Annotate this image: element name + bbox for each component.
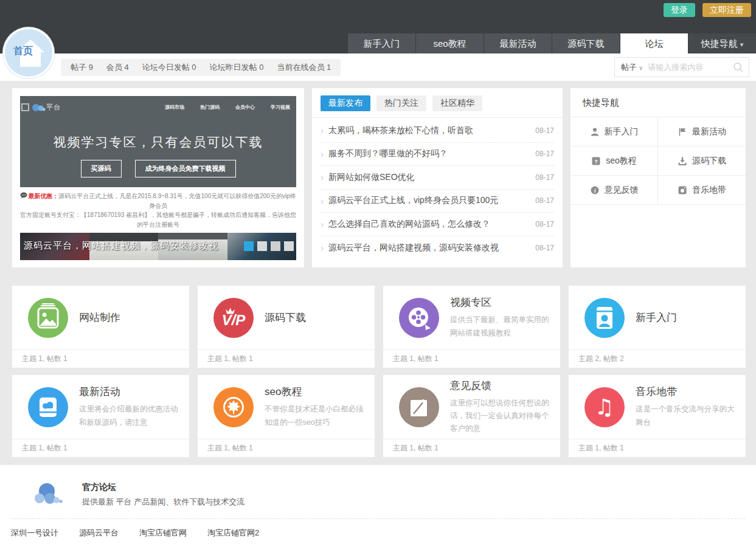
category-desc: 不管你是技术还是小白都必须知道的一些seo技巧 xyxy=(265,403,366,429)
tab-digest[interactable]: 社区精华 xyxy=(432,95,482,111)
post-row[interactable]: › 源码云平台，网站搭建视频，源码安装修改视 08-17 xyxy=(321,236,554,260)
footer-link[interactable]: 淘宝店铺官网 xyxy=(139,528,187,538)
carousel-thumbnails[interactable]: 源码云平台，网站搭建视频，源码安装修改视 xyxy=(20,233,296,260)
post-row[interactable]: › 新网站如何做SEO优化 08-17 xyxy=(321,166,554,190)
quicknav-item-download[interactable]: 源码下载 xyxy=(658,146,746,176)
main-nav: 新手入门 seo教程 最新活动 源码下载 论坛 快捷导航▾ xyxy=(347,33,756,53)
slide-headline: 视频学习专区，只有会员可以下载 xyxy=(20,134,296,151)
quicknav-item-activity[interactable]: 最新活动 xyxy=(658,117,746,146)
notepad-pencil-icon xyxy=(399,387,439,427)
footer-link[interactable]: 淘宝店铺官网2 xyxy=(207,528,259,538)
download-icon xyxy=(678,156,687,166)
category-card-seo[interactable]: seo教程 不管你是技术还是小白都必须知道的一些seo技巧 主题 1, 帖数 1 xyxy=(198,375,375,457)
post-row[interactable]: › 怎么选择自己喜欢的网站源码，怎么修改？ 08-17 xyxy=(321,213,554,236)
post-date: 08-17 xyxy=(529,150,554,158)
post-row[interactable]: › 太累吗，喝杯茶来放松下心情，听首歌 08-17 xyxy=(321,119,554,143)
carousel-panel: 平台 源码市场 热门源码 会员中心 学习视频 视频学习专区，只有会员可以下载 买… xyxy=(12,88,304,267)
chevron-right-icon: › xyxy=(321,219,324,229)
post-row[interactable]: › 服务不周到？哪里做的不好吗？ 08-17 xyxy=(321,143,554,167)
category-card-feedback[interactable]: 意见反馈 这里你可以想说你任何想说的话，我们一定会认真对待每个客户的意 主题 1… xyxy=(383,375,560,457)
tab-hot[interactable]: 热门关注 xyxy=(376,95,426,111)
slide-site-nav: 平台 源码市场 热门源码 会员中心 学习视频 xyxy=(20,102,296,112)
search-input[interactable] xyxy=(648,63,728,72)
category-card-source-download[interactable]: V/P 源码下载 主题 1, 帖数 1 xyxy=(198,286,375,368)
carousel-pager xyxy=(244,241,294,251)
category-card-activity[interactable]: 最新活动 这里将会介绍最新的优惠活动和新版源码，请注意 主题 1, 帖数 1 xyxy=(12,375,189,457)
promo-text: 最新优惠：源码云平台正式上线，凡是在2015.8.9~8.31号，充值100元就… xyxy=(20,191,296,229)
nav-tab-forum-active[interactable]: 论坛 xyxy=(620,33,688,53)
pager-dot[interactable] xyxy=(257,241,267,251)
category-title[interactable]: 最新活动 xyxy=(79,385,181,399)
nav-tab-activity[interactable]: 最新活动 xyxy=(484,33,552,53)
login-button[interactable]: 登录 xyxy=(664,3,695,17)
category-card-beginner[interactable]: 新手入门 主题 2, 帖数 2 xyxy=(569,286,746,368)
logo-mark-icon xyxy=(21,103,29,111)
search-box: 帖子∨ xyxy=(614,57,749,77)
pager-dot[interactable] xyxy=(271,241,280,251)
quicknav-item-beginner[interactable]: 新手入门 xyxy=(570,117,658,146)
nav-tab-beginner[interactable]: 新手入门 xyxy=(347,33,415,53)
category-card-video[interactable]: 视频专区 提供当下最新、最简单实用的网站搭建视频教程 主题 1, 帖数 1 xyxy=(383,286,560,368)
quicknav-panel: 快捷导航 新手入门 最新活动 ? seo教程 源码下载 xyxy=(570,88,746,267)
tab-latest[interactable]: 最新发布 xyxy=(321,95,370,111)
footer-link[interactable]: 源码云平台 xyxy=(79,528,119,538)
info-icon: i xyxy=(590,185,600,195)
buy-source-button[interactable]: 买源码 xyxy=(81,160,122,177)
post-row[interactable]: › 源码云平台正式上线，vip终身会员只要100元 08-17 xyxy=(321,190,554,213)
stat-yesterday: 论坛昨日发帖 0 xyxy=(210,59,264,76)
topbar-buttons: 登录 立即注册 xyxy=(664,3,751,17)
pager-dot-active[interactable] xyxy=(244,241,254,251)
category-desc: 这里将会介绍最新的优惠活动和新版源码，请注意 xyxy=(79,403,181,429)
quicknav-item-seo[interactable]: ? seo教程 xyxy=(570,146,658,176)
carousel-slide[interactable]: 平台 源码市场 热门源码 会员中心 学习视频 视频学习专区，只有会员可以下载 买… xyxy=(20,96,296,187)
post-date: 08-17 xyxy=(529,173,554,182)
stat-online: 当前在线会员 1 xyxy=(277,59,331,76)
stat-posts: 帖子 9 xyxy=(71,59,93,76)
slide-link-member[interactable]: 会员中心 xyxy=(235,104,255,111)
quicknav-item-feedback[interactable]: i 意见反馈 xyxy=(570,176,658,205)
category-card-music[interactable]: ♫ 音乐地带 这是一个音乐交流与分享的大舞台 主题 1, 帖数 1 xyxy=(569,375,746,457)
home-logo[interactable]: 首页 xyxy=(3,27,54,78)
slide-caption: 源码云平台，网站搭建视频，源码安装修改视 xyxy=(24,240,218,252)
chat-icon xyxy=(20,192,27,199)
chevron-down-icon: ∨ xyxy=(639,64,643,71)
slide-site-logo-text: 平台 xyxy=(46,103,61,112)
category-stats: 主题 1, 帖数 1 xyxy=(12,349,189,368)
category-stats: 主题 2, 帖数 2 xyxy=(569,349,746,368)
search-icon[interactable] xyxy=(728,62,749,73)
footer: 官方论坛 提供最新 平台 产品新闻、软件下载与技术交流 深圳一号设计 源码云平台… xyxy=(0,465,756,547)
category-title[interactable]: 新手入门 xyxy=(636,311,677,325)
search-category-select[interactable]: 帖子∨ xyxy=(615,62,648,73)
slide-site-logo: 平台 xyxy=(21,102,61,112)
vip-icon: V/P xyxy=(213,298,254,338)
nav-tab-seo[interactable]: seo教程 xyxy=(415,33,484,53)
category-title[interactable]: 意见反馈 xyxy=(450,379,552,393)
chevron-right-icon: › xyxy=(321,149,324,159)
footer-links: 深圳一号设计 源码云平台 淘宝店铺官网 淘宝店铺官网2 xyxy=(0,519,756,538)
header: 登录 立即注册 新手入门 seo教程 最新活动 源码下载 论坛 快捷导航▾ xyxy=(0,0,756,53)
quicknav-item-music[interactable]: 音乐地带 xyxy=(658,176,746,205)
category-title[interactable]: seo教程 xyxy=(265,385,366,399)
become-vip-button[interactable]: 成为终身会员免费下载视频 xyxy=(135,160,236,177)
home-logo-label: 首页 xyxy=(13,45,33,58)
chevron-right-icon: › xyxy=(321,172,324,182)
category-stats: 主题 1, 帖数 1 xyxy=(383,439,560,457)
slide-link-hot[interactable]: 热门源码 xyxy=(200,104,220,111)
stat-today: 论坛今日发帖 0 xyxy=(142,59,196,76)
post-date: 08-17 xyxy=(529,244,554,252)
pager-dot[interactable] xyxy=(284,241,294,251)
forum-stats: 帖子 9 会员 4 论坛今日发帖 0 论坛昨日发帖 0 当前在线会员 1 xyxy=(61,59,341,76)
slide-link-market[interactable]: 源码市场 xyxy=(165,104,184,111)
category-title[interactable]: 视频专区 xyxy=(450,295,552,309)
nav-tab-download[interactable]: 源码下载 xyxy=(552,33,620,53)
cloud-logo-icon xyxy=(33,482,65,506)
register-button[interactable]: 立即注册 xyxy=(702,3,751,17)
category-title[interactable]: 音乐地带 xyxy=(636,385,737,399)
category-card-website[interactable]: 网站制作 主题 1, 帖数 1 xyxy=(12,286,189,368)
post-date: 08-17 xyxy=(529,126,554,135)
category-title[interactable]: 源码下载 xyxy=(265,311,306,325)
nav-tab-quicknav[interactable]: 快捷导航▾ xyxy=(688,33,756,53)
category-title[interactable]: 网站制作 xyxy=(79,311,120,325)
slide-link-video[interactable]: 学习视频 xyxy=(271,104,290,111)
footer-link[interactable]: 深圳一号设计 xyxy=(11,528,58,538)
